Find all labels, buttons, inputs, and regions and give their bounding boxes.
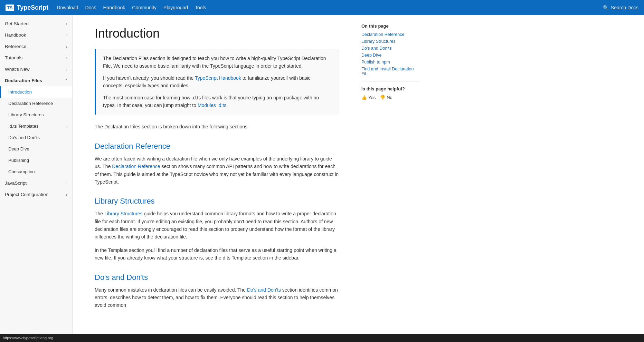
chevron-right-icon: › — [66, 67, 67, 71]
ts-logo-box: TS — [6, 4, 14, 11]
chevron-down-icon: ˅ — [65, 78, 67, 83]
nav-download[interactable]: Download — [57, 5, 78, 10]
intro-para-3: The most common case for learning how .d… — [103, 94, 332, 109]
intro-para-1: The Declaration Files section is designe… — [103, 55, 332, 70]
section3-heading[interactable]: Do's and Don'ts — [95, 273, 339, 282]
nav-links: Download Docs Handbook Community Playgro… — [57, 5, 603, 10]
sidebar-label-whats-new: What's New — [5, 67, 30, 72]
sidebar-label-project-config: Project Configuration — [5, 192, 48, 197]
toc-item-find-install[interactable]: Find and Install Declaration Fil... — [361, 67, 419, 76]
section1-para: We are often faced with writing a declar… — [95, 155, 339, 186]
sidebar-label-consumption: Consumption — [8, 169, 35, 174]
sidebar-item-declaration-reference[interactable]: Declaration Reference — [0, 98, 72, 109]
sidebar-item-reference[interactable]: Reference › — [0, 41, 72, 52]
helpful-yes-button[interactable]: 👍 Yes — [361, 95, 376, 100]
typescript-handbook-link[interactable]: TypeScript Handbook — [195, 75, 241, 81]
chevron-right-icon: › — [66, 124, 67, 128]
toc-item-library-structures[interactable]: Library Structures — [361, 39, 419, 44]
nav-docs[interactable]: Docs — [85, 5, 96, 10]
toc-item-dos-donts[interactable]: Do's and Don'ts — [361, 46, 419, 51]
main-content: Introduction The Declaration Files secti… — [73, 15, 356, 342]
content-body: The Declaration Files section is broken … — [95, 123, 339, 309]
sidebar-item-whats-new[interactable]: What's New › — [0, 63, 72, 75]
helpful-title: Is this page helpful? — [361, 86, 419, 91]
sidebar-item-tutorials[interactable]: Tutorials › — [0, 52, 72, 63]
chevron-right-icon: › — [66, 193, 67, 197]
table-of-contents: On this page Declaration Reference Libra… — [356, 15, 425, 342]
declaration-reference-link[interactable]: Declaration Reference — [112, 164, 160, 169]
chevron-right-icon: › — [66, 181, 67, 185]
section2-heading[interactable]: Library Structures — [95, 197, 339, 206]
main-area: Introduction The Declaration Files secti… — [73, 15, 644, 342]
search-label: Search Docs — [611, 5, 638, 10]
section1-heading[interactable]: Declaration Reference — [95, 142, 339, 151]
toc-divider — [361, 81, 419, 81]
sidebar-label-deep-dive: Deep Dive — [8, 146, 29, 152]
search-icon: 🔍 — [603, 5, 609, 10]
library-structures-link[interactable]: Library Structures — [104, 211, 142, 216]
top-navigation: TS TypeScript Download Docs Handbook Com… — [0, 0, 644, 15]
sidebar-group-label: Declaration Files — [5, 78, 42, 83]
sidebar-label-publishing: Publishing — [8, 158, 29, 163]
sidebar-item-deep-dive[interactable]: Deep Dive — [0, 143, 72, 155]
sidebar-label-handbook: Handbook — [5, 32, 26, 38]
toc-item-deep-dive[interactable]: Deep Dive — [361, 53, 419, 58]
nav-tools[interactable]: Tools — [195, 5, 206, 10]
sidebar-label-dos-donts: Do's and Don'ts — [8, 135, 40, 140]
sidebar-label-javascript: JavaScript — [5, 180, 27, 186]
sidebar-item-dos-donts[interactable]: Do's and Don'ts — [0, 132, 72, 143]
section2-para1: The Library Structures guide helps you u… — [95, 210, 339, 241]
sidebar-item-project-config[interactable]: Project Configuration › — [0, 189, 72, 200]
sidebar-item-handbook[interactable]: Handbook › — [0, 29, 72, 41]
helpful-no-button[interactable]: 👎 No — [380, 95, 392, 100]
search-button[interactable]: 🔍 Search Docs — [603, 5, 638, 10]
intro-para-4: The Declaration Files section is broken … — [95, 123, 339, 130]
intro-para-2: If you haven't already, you should read … — [103, 74, 332, 90]
sidebar-item-library-structures[interactable]: Library Structures — [0, 109, 72, 120]
thumbs-down-icon: 👎 — [380, 95, 385, 100]
sidebar-item-introduction[interactable]: Introduction — [0, 86, 72, 98]
sidebar-label-dts-templates: .d.ts Templates — [8, 124, 38, 129]
sidebar-item-get-started[interactable]: Get Started › — [0, 18, 72, 29]
nav-community[interactable]: Community — [132, 5, 157, 10]
chevron-right-icon: › — [66, 22, 67, 26]
page-layout: Get Started › Handbook › Reference › Tut… — [0, 15, 644, 342]
site-name: TypeScript — [17, 4, 49, 11]
sidebar-item-dts-templates[interactable]: .d.ts Templates › — [0, 120, 72, 132]
intro-box: The Declaration Files section is designe… — [95, 49, 339, 115]
statusbar: https://www.typescriptlang.org — [0, 334, 644, 342]
page-title: Introduction — [95, 26, 339, 41]
yes-label: Yes — [368, 95, 376, 100]
nav-handbook[interactable]: Handbook — [103, 5, 125, 10]
sidebar-label-get-started: Get Started — [5, 21, 29, 26]
sidebar-group-declaration-files[interactable]: Declaration Files ˅ — [0, 75, 72, 86]
toc-title: On this page — [361, 23, 419, 29]
sidebar-item-publishing[interactable]: Publishing — [0, 155, 72, 166]
section2-para2: In the Template section you'll find a nu… — [95, 246, 339, 262]
sidebar-label-introduction: Introduction — [8, 89, 32, 95]
chevron-right-icon: › — [66, 33, 67, 37]
helpful-actions: 👍 Yes 👎 No — [361, 95, 419, 100]
sidebar-label-reference: Reference — [5, 44, 26, 49]
sidebar-label-library-structures: Library Structures — [8, 112, 44, 117]
chevron-right-icon: › — [66, 45, 67, 49]
statusbar-url: https://www.typescriptlang.org — [3, 336, 53, 340]
site-logo[interactable]: TS TypeScript — [6, 4, 48, 11]
sidebar-item-javascript[interactable]: JavaScript › — [0, 177, 72, 189]
toc-item-declaration-reference[interactable]: Declaration Reference — [361, 32, 419, 37]
chevron-right-icon: › — [66, 56, 67, 60]
no-label: No — [387, 95, 392, 100]
thumbs-up-icon: 👍 — [361, 95, 367, 100]
sidebar-item-consumption[interactable]: Consumption — [0, 166, 72, 177]
sidebar-label-declaration-reference: Declaration Reference — [8, 101, 53, 106]
toc-item-publish-npm[interactable]: Publish to npm — [361, 60, 419, 65]
section3-para: Many common mistakes in declaration file… — [95, 286, 339, 309]
nav-playground[interactable]: Playground — [163, 5, 188, 10]
sidebar-label-tutorials: Tutorials — [5, 55, 22, 60]
modules-dts-link[interactable]: Modules .d.ts — [198, 102, 226, 108]
sidebar: Get Started › Handbook › Reference › Tut… — [0, 15, 73, 342]
dos-donts-link[interactable]: Do's and Don'ts — [247, 287, 281, 293]
